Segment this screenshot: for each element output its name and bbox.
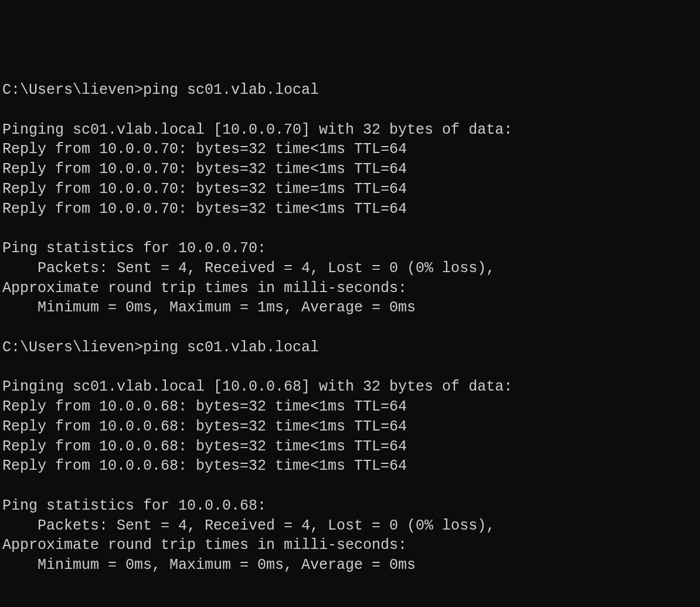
terminal-blank-line [2,219,698,239]
terminal-line: Reply from 10.0.0.68: bytes=32 time<1ms … [2,417,698,437]
terminal-line: Pinging sc01.vlab.local [10.0.0.68] with… [2,377,698,397]
terminal-line: Pinging sc01.vlab.local [10.0.0.70] with… [2,120,698,140]
terminal-line: Reply from 10.0.0.70: bytes=32 time<1ms … [2,140,698,160]
terminal-output[interactable]: C:\Users\lieven>ping sc01.vlab.localPing… [2,80,698,575]
terminal-line: Reply from 10.0.0.70: bytes=32 time<1ms … [2,199,698,219]
terminal-line: Minimum = 0ms, Maximum = 1ms, Average = … [2,298,698,318]
terminal-blank-line [2,318,698,338]
terminal-line: C:\Users\lieven>ping sc01.vlab.local [2,338,698,358]
terminal-line: Packets: Sent = 4, Received = 4, Lost = … [2,259,698,279]
terminal-line: Reply from 10.0.0.70: bytes=32 time<1ms … [2,160,698,179]
terminal-blank-line [2,358,698,378]
terminal-line: Packets: Sent = 4, Received = 4, Lost = … [2,516,698,536]
terminal-line: Approximate round trip times in milli-se… [2,279,698,299]
terminal-line: Reply from 10.0.0.68: bytes=32 time<1ms … [2,456,698,476]
terminal-line: Approximate round trip times in milli-se… [2,535,698,555]
terminal-blank-line [2,100,698,120]
terminal-line: C:\Users\lieven>ping sc01.vlab.local [2,80,698,100]
terminal-line: Reply from 10.0.0.68: bytes=32 time<1ms … [2,437,698,457]
terminal-line: Ping statistics for 10.0.0.68: [2,496,698,516]
terminal-line: Reply from 10.0.0.68: bytes=32 time<1ms … [2,397,698,417]
terminal-line: Minimum = 0ms, Maximum = 0ms, Average = … [2,555,698,575]
terminal-blank-line [2,476,698,496]
terminal-line: Reply from 10.0.0.70: bytes=32 time=1ms … [2,179,698,199]
terminal-line: Ping statistics for 10.0.0.70: [2,239,698,259]
